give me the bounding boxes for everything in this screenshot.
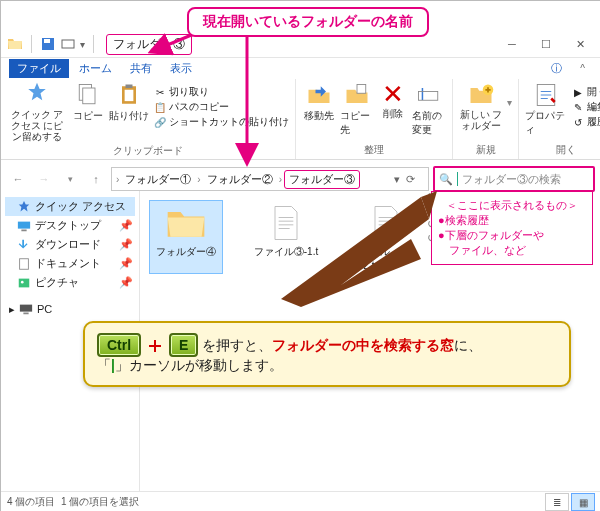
annotation-title-callout: 現在開いているフォルダーの名前 — [187, 7, 429, 37]
menu-share[interactable]: 共有 — [122, 59, 160, 78]
view-details-button[interactable]: ≣ — [545, 493, 569, 511]
qat-dropdown-icon[interactable]: ▾ — [80, 39, 85, 50]
paste-shortcut-button[interactable]: 🔗ショートカットの貼り付け — [153, 115, 289, 129]
annotation-search-info: ＜ここに表示されるもの＞ ●検索履歴 ●下層のフォルダーや ファイル、など — [431, 191, 593, 265]
minimize-button[interactable]: ─ — [495, 33, 529, 55]
svg-rect-1 — [44, 39, 50, 43]
address-bar[interactable]: › フォルダー① › フォルダー② › フォルダー③ ▾ ⟳ — [111, 167, 429, 191]
delete-button[interactable]: ✕ 削除 — [378, 81, 408, 121]
svg-rect-7 — [125, 90, 134, 101]
view-icons-button[interactable]: ▦ — [571, 493, 595, 511]
svg-rect-13 — [18, 221, 30, 228]
copy-button[interactable]: コピー — [71, 81, 105, 123]
svg-rect-14 — [21, 229, 26, 231]
nav-forward-button[interactable]: → — [33, 168, 55, 190]
address-dropdown-icon[interactable]: ▾ — [390, 173, 404, 186]
svg-point-17 — [21, 280, 24, 283]
ribbon-collapse-icon[interactable]: ^ — [572, 61, 593, 76]
paste-button[interactable]: 貼り付け — [109, 81, 149, 123]
new-folder-button[interactable]: 新しい フォルダー — [459, 81, 503, 131]
nav-downloads[interactable]: ダウンロード📌 — [5, 235, 135, 254]
svg-rect-19 — [23, 313, 28, 315]
ribbon-help-icon[interactable]: ⓘ — [543, 59, 570, 78]
key-e: E — [169, 333, 198, 357]
svg-rect-18 — [20, 305, 32, 312]
nav-this-pc[interactable]: ▸ PC — [5, 300, 135, 318]
svg-text:I: I — [420, 86, 424, 103]
plus-icon — [147, 338, 163, 354]
cut-button[interactable]: ✂切り取り — [153, 85, 289, 99]
pin-to-quick-access-button[interactable]: クイック アクセス にピン留めする — [7, 81, 67, 142]
annotation-wedge-arrow — [271, 189, 441, 309]
maximize-button[interactable]: ☐ — [529, 33, 563, 55]
svg-rect-15 — [20, 258, 29, 269]
menu-file[interactable]: ファイル — [9, 59, 69, 78]
new-item-dropdown[interactable]: ▾ — [507, 97, 512, 108]
svg-rect-4 — [83, 88, 95, 104]
nav-documents[interactable]: ドキュメント📌 — [5, 254, 135, 273]
nav-pictures[interactable]: ピクチャ📌 — [5, 273, 135, 292]
properties-button[interactable]: プロパティ — [525, 81, 567, 137]
annotation-arrow-to-breadcrumb — [235, 29, 259, 169]
menu-view[interactable]: 表示 — [162, 59, 200, 78]
qat-icon[interactable] — [60, 36, 76, 52]
svg-rect-8 — [357, 85, 366, 94]
crumb-1[interactable]: フォルダー① — [121, 171, 195, 188]
ribbon: クイック アクセス にピン留めする コピー 貼り付け ✂切り取り 📋パスのコピー… — [1, 79, 600, 160]
search-icon: 🔍 — [439, 173, 453, 186]
nav-desktop[interactable]: デスクトップ📌 — [5, 216, 135, 235]
nav-recent-dropdown[interactable]: ▾ — [59, 168, 81, 190]
menu-row: ファイル ホーム 共有 表示 ⓘ ^ — [1, 57, 600, 80]
edit-button[interactable]: ✎編集 — [571, 100, 600, 114]
nav-back-button[interactable]: ← — [7, 168, 29, 190]
folder-icon — [7, 36, 23, 52]
crumb-3-current[interactable]: フォルダー③ — [284, 170, 360, 189]
key-ctrl: Ctrl — [97, 333, 141, 357]
crumb-2[interactable]: フォルダー② — [203, 171, 277, 188]
open-button[interactable]: ▶開く — [571, 85, 600, 99]
svg-rect-16 — [19, 278, 30, 287]
nav-up-button[interactable]: ↑ — [85, 168, 107, 190]
ribbon-group-new: 新規 — [459, 141, 512, 157]
copy-to-button[interactable]: コピー先 — [340, 81, 374, 137]
ribbon-group-organize: 整理 — [302, 141, 446, 157]
copy-path-button[interactable]: 📋パスのコピー — [153, 100, 289, 114]
svg-rect-6 — [126, 85, 133, 89]
menu-home[interactable]: ホーム — [71, 59, 120, 78]
ribbon-group-open: 開く — [525, 141, 600, 157]
search-placeholder: フォルダー③の検索 — [462, 172, 561, 187]
close-button[interactable]: ✕ — [563, 33, 597, 55]
item-folder-4[interactable]: フォルダー④ — [150, 201, 222, 273]
status-selected: 1 個の項目を選択 — [61, 495, 139, 509]
annotation-ctrl-e-tip: Ctrl E を押すと、フォルダーの中を検索する窓に、 「|」カーソルが移動しま… — [83, 321, 571, 387]
svg-rect-2 — [62, 40, 74, 48]
history-button[interactable]: ↺履歴 — [571, 115, 600, 129]
status-count: 4 個の項目 — [7, 495, 55, 509]
search-input[interactable]: 🔍 フォルダー③の検索 — [433, 166, 595, 192]
status-bar: 4 個の項目 1 個の項目を選択 ≣ ▦ — [1, 491, 600, 511]
nav-quick-access[interactable]: クイック アクセス — [5, 197, 135, 216]
qat-save-icon[interactable] — [40, 36, 56, 52]
move-to-button[interactable]: 移動先 — [302, 81, 336, 123]
refresh-button[interactable]: ⟳ — [406, 173, 424, 186]
rename-button[interactable]: I 名前の 変更 — [412, 81, 446, 137]
